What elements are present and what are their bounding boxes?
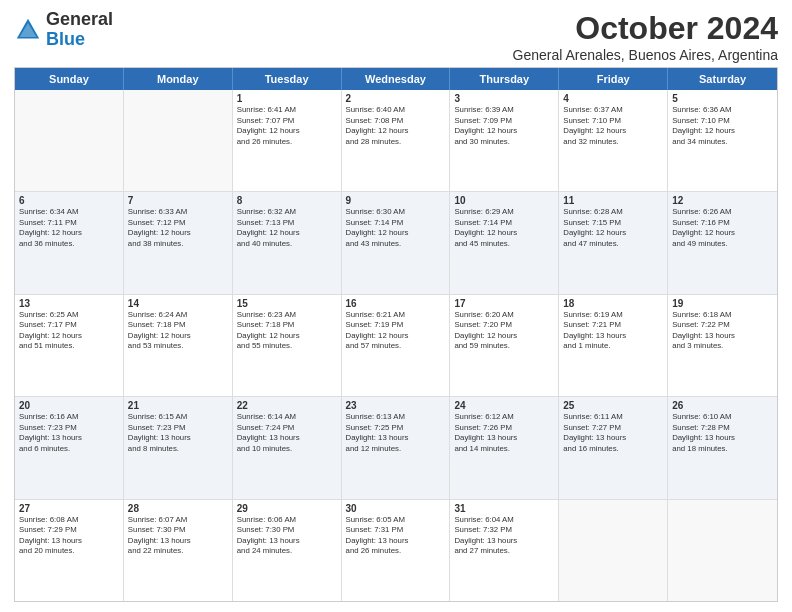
day-info: Sunrise: 6:24 AM Sunset: 7:18 PM Dayligh… <box>128 310 228 352</box>
calendar-day-header: Sunday <box>15 68 124 90</box>
day-info: Sunrise: 6:12 AM Sunset: 7:26 PM Dayligh… <box>454 412 554 454</box>
calendar-day-header: Monday <box>124 68 233 90</box>
day-info: Sunrise: 6:36 AM Sunset: 7:10 PM Dayligh… <box>672 105 773 147</box>
day-number: 31 <box>454 503 554 514</box>
day-number: 25 <box>563 400 663 411</box>
page-title: October 2024 <box>513 10 778 47</box>
calendar-week-row: 1Sunrise: 6:41 AM Sunset: 7:07 PM Daylig… <box>15 90 777 192</box>
day-number: 11 <box>563 195 663 206</box>
day-info: Sunrise: 6:28 AM Sunset: 7:15 PM Dayligh… <box>563 207 663 249</box>
calendar-cell: 11Sunrise: 6:28 AM Sunset: 7:15 PM Dayli… <box>559 192 668 293</box>
day-info: Sunrise: 6:32 AM Sunset: 7:13 PM Dayligh… <box>237 207 337 249</box>
day-info: Sunrise: 6:18 AM Sunset: 7:22 PM Dayligh… <box>672 310 773 352</box>
calendar-day-header: Friday <box>559 68 668 90</box>
day-number: 3 <box>454 93 554 104</box>
day-info: Sunrise: 6:07 AM Sunset: 7:30 PM Dayligh… <box>128 515 228 557</box>
day-info: Sunrise: 6:04 AM Sunset: 7:32 PM Dayligh… <box>454 515 554 557</box>
day-number: 13 <box>19 298 119 309</box>
logo-blue: Blue <box>46 29 85 49</box>
calendar-cell: 25Sunrise: 6:11 AM Sunset: 7:27 PM Dayli… <box>559 397 668 498</box>
calendar-cell: 31Sunrise: 6:04 AM Sunset: 7:32 PM Dayli… <box>450 500 559 601</box>
day-number: 27 <box>19 503 119 514</box>
calendar-day-header: Saturday <box>668 68 777 90</box>
calendar-cell: 16Sunrise: 6:21 AM Sunset: 7:19 PM Dayli… <box>342 295 451 396</box>
calendar-cell: 14Sunrise: 6:24 AM Sunset: 7:18 PM Dayli… <box>124 295 233 396</box>
calendar-day-header: Wednesday <box>342 68 451 90</box>
day-number: 30 <box>346 503 446 514</box>
day-number: 16 <box>346 298 446 309</box>
day-info: Sunrise: 6:06 AM Sunset: 7:30 PM Dayligh… <box>237 515 337 557</box>
calendar-cell: 9Sunrise: 6:30 AM Sunset: 7:14 PM Daylig… <box>342 192 451 293</box>
logo: General Blue <box>14 10 113 50</box>
calendar-cell: 7Sunrise: 6:33 AM Sunset: 7:12 PM Daylig… <box>124 192 233 293</box>
day-number: 28 <box>128 503 228 514</box>
day-number: 12 <box>672 195 773 206</box>
calendar-cell <box>124 90 233 191</box>
calendar-cell: 19Sunrise: 6:18 AM Sunset: 7:22 PM Dayli… <box>668 295 777 396</box>
day-number: 20 <box>19 400 119 411</box>
day-info: Sunrise: 6:29 AM Sunset: 7:14 PM Dayligh… <box>454 207 554 249</box>
calendar-week-row: 20Sunrise: 6:16 AM Sunset: 7:23 PM Dayli… <box>15 397 777 499</box>
day-info: Sunrise: 6:37 AM Sunset: 7:10 PM Dayligh… <box>563 105 663 147</box>
calendar-cell <box>559 500 668 601</box>
calendar-cell: 24Sunrise: 6:12 AM Sunset: 7:26 PM Dayli… <box>450 397 559 498</box>
calendar-cell: 2Sunrise: 6:40 AM Sunset: 7:08 PM Daylig… <box>342 90 451 191</box>
calendar-cell: 8Sunrise: 6:32 AM Sunset: 7:13 PM Daylig… <box>233 192 342 293</box>
day-info: Sunrise: 6:08 AM Sunset: 7:29 PM Dayligh… <box>19 515 119 557</box>
header: General Blue October 2024 General Arenal… <box>14 10 778 63</box>
day-info: Sunrise: 6:33 AM Sunset: 7:12 PM Dayligh… <box>128 207 228 249</box>
calendar-cell: 5Sunrise: 6:36 AM Sunset: 7:10 PM Daylig… <box>668 90 777 191</box>
calendar-cell: 4Sunrise: 6:37 AM Sunset: 7:10 PM Daylig… <box>559 90 668 191</box>
day-number: 24 <box>454 400 554 411</box>
day-info: Sunrise: 6:14 AM Sunset: 7:24 PM Dayligh… <box>237 412 337 454</box>
day-number: 19 <box>672 298 773 309</box>
day-number: 6 <box>19 195 119 206</box>
calendar-cell: 3Sunrise: 6:39 AM Sunset: 7:09 PM Daylig… <box>450 90 559 191</box>
calendar-week-row: 13Sunrise: 6:25 AM Sunset: 7:17 PM Dayli… <box>15 295 777 397</box>
logo-icon <box>14 16 42 44</box>
day-number: 5 <box>672 93 773 104</box>
day-info: Sunrise: 6:39 AM Sunset: 7:09 PM Dayligh… <box>454 105 554 147</box>
day-info: Sunrise: 6:19 AM Sunset: 7:21 PM Dayligh… <box>563 310 663 352</box>
day-info: Sunrise: 6:20 AM Sunset: 7:20 PM Dayligh… <box>454 310 554 352</box>
day-info: Sunrise: 6:11 AM Sunset: 7:27 PM Dayligh… <box>563 412 663 454</box>
day-number: 23 <box>346 400 446 411</box>
day-number: 17 <box>454 298 554 309</box>
day-info: Sunrise: 6:34 AM Sunset: 7:11 PM Dayligh… <box>19 207 119 249</box>
calendar-cell: 26Sunrise: 6:10 AM Sunset: 7:28 PM Dayli… <box>668 397 777 498</box>
calendar-body: 1Sunrise: 6:41 AM Sunset: 7:07 PM Daylig… <box>15 90 777 601</box>
day-info: Sunrise: 6:16 AM Sunset: 7:23 PM Dayligh… <box>19 412 119 454</box>
day-number: 7 <box>128 195 228 206</box>
calendar-cell: 15Sunrise: 6:23 AM Sunset: 7:18 PM Dayli… <box>233 295 342 396</box>
day-number: 21 <box>128 400 228 411</box>
calendar-cell: 30Sunrise: 6:05 AM Sunset: 7:31 PM Dayli… <box>342 500 451 601</box>
title-block: October 2024 General Arenales, Buenos Ai… <box>513 10 778 63</box>
day-number: 10 <box>454 195 554 206</box>
day-number: 9 <box>346 195 446 206</box>
calendar-cell: 22Sunrise: 6:14 AM Sunset: 7:24 PM Dayli… <box>233 397 342 498</box>
calendar-cell: 21Sunrise: 6:15 AM Sunset: 7:23 PM Dayli… <box>124 397 233 498</box>
calendar-cell <box>15 90 124 191</box>
day-number: 2 <box>346 93 446 104</box>
day-number: 1 <box>237 93 337 104</box>
calendar-header: SundayMondayTuesdayWednesdayThursdayFrid… <box>15 68 777 90</box>
day-info: Sunrise: 6:30 AM Sunset: 7:14 PM Dayligh… <box>346 207 446 249</box>
day-number: 26 <box>672 400 773 411</box>
day-number: 15 <box>237 298 337 309</box>
calendar-cell: 17Sunrise: 6:20 AM Sunset: 7:20 PM Dayli… <box>450 295 559 396</box>
day-number: 4 <box>563 93 663 104</box>
page-subtitle: General Arenales, Buenos Aires, Argentin… <box>513 47 778 63</box>
calendar-week-row: 27Sunrise: 6:08 AM Sunset: 7:29 PM Dayli… <box>15 500 777 601</box>
day-info: Sunrise: 6:15 AM Sunset: 7:23 PM Dayligh… <box>128 412 228 454</box>
day-info: Sunrise: 6:23 AM Sunset: 7:18 PM Dayligh… <box>237 310 337 352</box>
calendar-cell: 13Sunrise: 6:25 AM Sunset: 7:17 PM Dayli… <box>15 295 124 396</box>
day-info: Sunrise: 6:13 AM Sunset: 7:25 PM Dayligh… <box>346 412 446 454</box>
day-info: Sunrise: 6:40 AM Sunset: 7:08 PM Dayligh… <box>346 105 446 147</box>
day-info: Sunrise: 6:25 AM Sunset: 7:17 PM Dayligh… <box>19 310 119 352</box>
day-number: 29 <box>237 503 337 514</box>
day-number: 22 <box>237 400 337 411</box>
day-info: Sunrise: 6:26 AM Sunset: 7:16 PM Dayligh… <box>672 207 773 249</box>
calendar-cell: 29Sunrise: 6:06 AM Sunset: 7:30 PM Dayli… <box>233 500 342 601</box>
day-info: Sunrise: 6:41 AM Sunset: 7:07 PM Dayligh… <box>237 105 337 147</box>
calendar-week-row: 6Sunrise: 6:34 AM Sunset: 7:11 PM Daylig… <box>15 192 777 294</box>
